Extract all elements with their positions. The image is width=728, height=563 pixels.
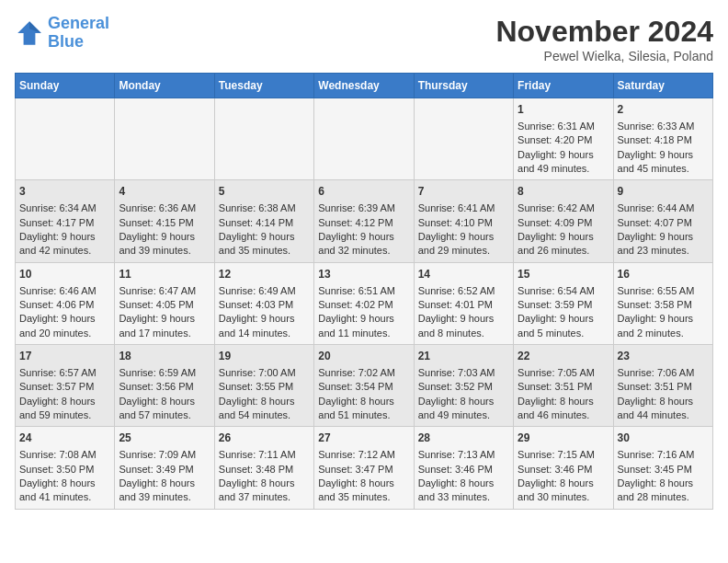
day-info: Daylight: 9 hours and 26 minutes. <box>518 230 609 259</box>
logo: General Blue <box>15 15 109 52</box>
day-info: Sunrise: 6:59 AM <box>119 366 210 380</box>
day-info: Sunrise: 6:46 AM <box>19 284 110 298</box>
day-info: Sunrise: 7:03 AM <box>418 366 509 380</box>
day-info: Sunrise: 6:33 AM <box>618 120 709 133</box>
calendar-cell: 23Sunrise: 7:06 AMSunset: 3:51 PMDayligh… <box>613 345 712 427</box>
logo-icon <box>15 18 44 48</box>
day-info: Sunrise: 6:57 AM <box>19 366 110 380</box>
page-header: General Blue November 2024 Pewel Wielka,… <box>15 15 713 63</box>
calendar-week-row: 17Sunrise: 6:57 AMSunset: 3:57 PMDayligh… <box>16 345 713 427</box>
location-subtitle: Pewel Wielka, Silesia, Poland <box>495 49 713 63</box>
calendar-cell: 21Sunrise: 7:03 AMSunset: 3:52 PMDayligh… <box>414 345 513 427</box>
day-info: Sunrise: 6:42 AM <box>518 201 609 215</box>
day-info: Sunrise: 7:12 AM <box>318 448 409 462</box>
col-header-saturday: Saturday <box>613 74 712 98</box>
calendar-cell: 22Sunrise: 7:05 AMSunset: 3:51 PMDayligh… <box>514 345 613 427</box>
day-info: Daylight: 8 hours and 37 minutes. <box>219 477 310 505</box>
calendar-week-row: 10Sunrise: 6:46 AMSunset: 4:06 PMDayligh… <box>16 262 713 344</box>
day-info: Sunset: 4:02 PM <box>318 298 409 312</box>
day-number: 9 <box>618 184 709 200</box>
day-number: 1 <box>518 102 609 118</box>
col-header-wednesday: Wednesday <box>314 74 414 98</box>
day-number: 11 <box>119 267 210 282</box>
day-info: Sunrise: 6:39 AM <box>318 201 409 215</box>
day-info: Sunset: 3:51 PM <box>518 380 609 394</box>
day-info: Sunrise: 7:00 AM <box>219 366 310 380</box>
calendar-cell: 1Sunrise: 6:31 AMSunset: 4:20 PMDaylight… <box>514 98 613 180</box>
day-info: Sunrise: 6:54 AM <box>518 284 609 298</box>
day-number: 14 <box>418 267 509 282</box>
calendar-cell <box>414 98 513 180</box>
calendar-cell: 12Sunrise: 6:49 AMSunset: 4:03 PMDayligh… <box>214 262 313 344</box>
day-info: Daylight: 9 hours and 17 minutes. <box>119 312 210 340</box>
day-info: Sunrise: 6:55 AM <box>618 284 709 298</box>
calendar-cell: 20Sunrise: 7:02 AMSunset: 3:54 PMDayligh… <box>314 345 414 427</box>
calendar-cell: 3Sunrise: 6:34 AMSunset: 4:17 PMDaylight… <box>16 180 115 262</box>
day-info: Sunset: 4:17 PM <box>19 216 110 230</box>
day-info: Sunset: 3:46 PM <box>518 463 609 477</box>
day-info: Sunrise: 7:08 AM <box>19 448 110 462</box>
col-header-sunday: Sunday <box>16 74 115 98</box>
day-info: Sunrise: 7:15 AM <box>518 448 609 462</box>
day-number: 10 <box>19 267 110 282</box>
calendar-cell: 26Sunrise: 7:11 AMSunset: 3:48 PMDayligh… <box>214 427 313 509</box>
day-info: Daylight: 8 hours and 46 minutes. <box>518 395 609 423</box>
day-number: 21 <box>418 349 509 364</box>
calendar-cell: 4Sunrise: 6:36 AMSunset: 4:15 PMDaylight… <box>115 180 214 262</box>
calendar-cell: 2Sunrise: 6:33 AMSunset: 4:18 PMDaylight… <box>613 98 712 180</box>
day-info: Daylight: 8 hours and 39 minutes. <box>119 477 210 505</box>
calendar-cell: 11Sunrise: 6:47 AMSunset: 4:05 PMDayligh… <box>115 262 214 344</box>
day-number: 23 <box>618 349 709 364</box>
day-info: Sunset: 3:56 PM <box>119 380 210 394</box>
calendar-week-row: 3Sunrise: 6:34 AMSunset: 4:17 PMDaylight… <box>16 180 713 262</box>
day-info: Sunrise: 7:13 AM <box>418 448 509 462</box>
calendar-cell: 30Sunrise: 7:16 AMSunset: 3:45 PMDayligh… <box>613 427 712 509</box>
logo-text: General Blue <box>48 15 109 52</box>
day-number: 13 <box>318 267 409 282</box>
day-info: Sunset: 3:45 PM <box>618 463 709 477</box>
day-info: Sunrise: 6:47 AM <box>119 284 210 298</box>
day-info: Sunset: 4:15 PM <box>119 216 210 230</box>
day-info: Daylight: 9 hours and 23 minutes. <box>618 230 709 259</box>
day-info: Sunset: 4:20 PM <box>518 133 609 147</box>
day-info: Sunset: 3:48 PM <box>219 463 310 477</box>
day-number: 29 <box>518 431 609 446</box>
day-info: Sunrise: 7:02 AM <box>318 366 409 380</box>
calendar-cell: 19Sunrise: 7:00 AMSunset: 3:55 PMDayligh… <box>214 345 313 427</box>
day-info: Daylight: 8 hours and 28 minutes. <box>618 477 709 505</box>
day-info: Sunrise: 6:38 AM <box>219 201 310 215</box>
day-info: Sunrise: 6:31 AM <box>518 120 609 133</box>
calendar-cell: 18Sunrise: 6:59 AMSunset: 3:56 PMDayligh… <box>115 345 214 427</box>
day-info: Sunrise: 6:34 AM <box>19 201 110 215</box>
day-info: Sunset: 3:50 PM <box>19 463 110 477</box>
day-info: Sunset: 4:12 PM <box>318 216 409 230</box>
day-info: Daylight: 9 hours and 14 minutes. <box>219 312 310 340</box>
day-number: 7 <box>418 184 509 200</box>
calendar-cell: 8Sunrise: 6:42 AMSunset: 4:09 PMDaylight… <box>514 180 613 262</box>
calendar-cell: 6Sunrise: 6:39 AMSunset: 4:12 PMDaylight… <box>314 180 414 262</box>
day-info: Daylight: 8 hours and 30 minutes. <box>518 477 609 505</box>
calendar-cell: 7Sunrise: 6:41 AMSunset: 4:10 PMDaylight… <box>414 180 513 262</box>
day-info: Sunrise: 6:49 AM <box>219 284 310 298</box>
day-number: 18 <box>119 349 210 364</box>
day-number: 5 <box>219 184 310 200</box>
day-info: Sunrise: 6:51 AM <box>318 284 409 298</box>
day-info: Sunset: 4:14 PM <box>219 216 310 230</box>
calendar-cell: 28Sunrise: 7:13 AMSunset: 3:46 PMDayligh… <box>414 427 513 509</box>
day-info: Daylight: 9 hours and 29 minutes. <box>418 230 509 259</box>
day-info: Sunset: 3:51 PM <box>618 380 709 394</box>
day-number: 28 <box>418 431 509 446</box>
day-info: Daylight: 8 hours and 35 minutes. <box>318 477 409 505</box>
day-number: 12 <box>219 267 310 282</box>
day-info: Daylight: 8 hours and 49 minutes. <box>418 395 509 423</box>
day-info: Sunset: 3:58 PM <box>618 298 709 312</box>
day-info: Daylight: 9 hours and 5 minutes. <box>518 312 609 340</box>
day-info: Sunset: 3:59 PM <box>518 298 609 312</box>
calendar-cell: 15Sunrise: 6:54 AMSunset: 3:59 PMDayligh… <box>514 262 613 344</box>
day-number: 8 <box>518 184 609 200</box>
calendar-cell <box>214 98 313 180</box>
calendar-cell: 13Sunrise: 6:51 AMSunset: 4:02 PMDayligh… <box>314 262 414 344</box>
day-info: Daylight: 8 hours and 54 minutes. <box>219 395 310 423</box>
col-header-thursday: Thursday <box>414 74 513 98</box>
day-info: Daylight: 9 hours and 39 minutes. <box>119 230 210 259</box>
